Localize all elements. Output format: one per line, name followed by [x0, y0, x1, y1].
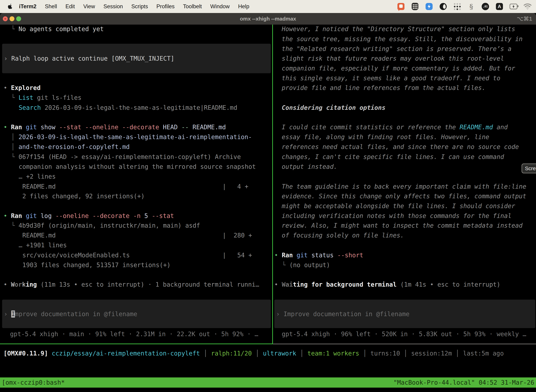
edge-tooltip-text: Scre: [525, 165, 536, 171]
menu-item-shell[interactable]: Shell: [41, 3, 61, 10]
edge-tooltip: Scre: [522, 163, 536, 173]
menu-item-help[interactable]: Help: [234, 3, 254, 10]
tmux-status-bar: [omx-cczip0:bash* "MacBook-Pro-44.local"…: [0, 378, 536, 387]
menu-item-toolbelt[interactable]: Toolbelt: [179, 3, 206, 10]
pane-divider-horizontal-left: [0, 344, 273, 344]
dots-grid-icon[interactable]: [453, 3, 461, 10]
wifi-icon[interactable]: [524, 3, 531, 10]
menu-items: iTerm2ShellEditViewSessionScriptsProfile…: [7, 3, 254, 10]
macos-menu-bar: iTerm2ShellEditViewSessionScriptsProfile…: [0, 0, 536, 13]
menu-item-view[interactable]: View: [79, 3, 99, 10]
dark-crescent-icon[interactable]: [439, 3, 447, 10]
terminal-line: [OMX#0.11.9] cczip/essay/ai-reimplementa…: [4, 350, 504, 357]
menu-item-profiles[interactable]: Profiles: [152, 3, 179, 10]
badge-61-icon[interactable]: ..61: [482, 3, 489, 10]
menu-item-iterm2[interactable]: iTerm2: [15, 3, 41, 10]
menu-item-scripts[interactable]: Scripts: [127, 3, 152, 10]
tmux-session-label: [omx-cczip0:bash*: [2, 379, 65, 386]
grid-shield-icon[interactable]: [411, 3, 419, 10]
a-app-icon[interactable]: A: [496, 3, 503, 10]
screen: { "menu_bar": { "items": ["iTerm2", "She…: [0, 0, 536, 392]
menu-item-edit[interactable]: Edit: [61, 3, 79, 10]
speech-bubble-icon[interactable]: [397, 3, 405, 10]
apple-menu[interactable]: [7, 3, 15, 10]
omx-status-line: [OMX#0.11.9] cczip/essay/ai-reimplementa…: [0, 13, 536, 392]
menu-item-session[interactable]: Session: [99, 3, 127, 10]
pane-divider-horizontal-right: [273, 344, 536, 344]
blue-bolt-icon[interactable]: [425, 3, 433, 10]
squiggle-icon[interactable]: §: [467, 3, 475, 10]
menu-status-icons: § ..61 A: [397, 3, 531, 10]
menu-item-window[interactable]: Window: [206, 3, 234, 10]
tmux-host-clock: "MacBook-Pro-44.local" 04:52 31-Mar-26: [393, 379, 534, 386]
battery-charging-icon[interactable]: [510, 3, 517, 10]
pane-divider-vertical[interactable]: [272, 25, 273, 344]
apple-icon: [8, 4, 13, 9]
iterm2-window: omx --xhigh --madmax ⌥⌘1 └ No agents com…: [0, 13, 536, 392]
